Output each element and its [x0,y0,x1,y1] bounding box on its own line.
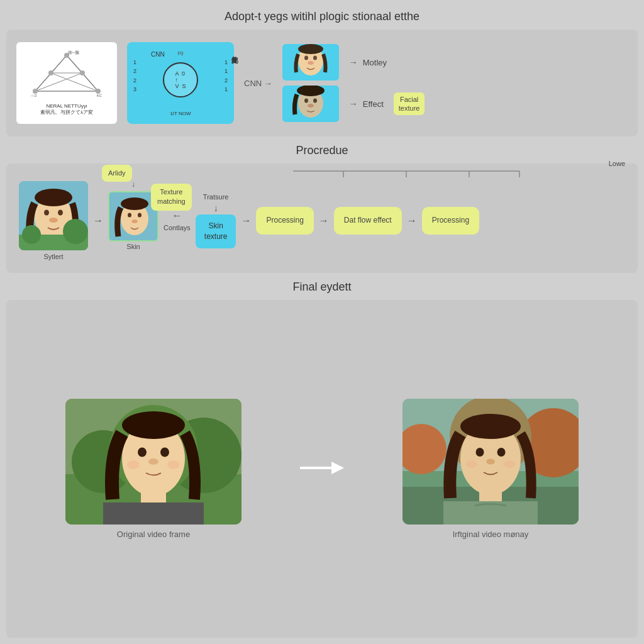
cnn-inner: pg CNN 1223 A 0↑V S 1121 1IT NOW 文化趣年龄 [133,48,228,118]
cnn-numbers-right: 1121 [225,58,228,94]
result-video-box [402,399,579,525]
svg-point-26 [308,104,314,108]
svg-text:KC: KC [97,94,103,97]
motley-label: Motley [363,58,387,67]
svg-point-75 [466,460,477,468]
top-connector-svg [287,165,526,177]
result-video-svg [402,399,579,525]
bottom-section-title: Final eydett [6,277,638,296]
contlays-arrow: ← [172,210,182,221]
svg-point-31 [58,210,63,216]
face-box-top [282,44,339,80]
tratsure-arrow: ↓ [214,203,218,213]
middle-section-panel: Sytlert → Arlidy ↓ [6,164,638,273]
svg-point-32 [49,218,58,223]
original-video-col: Original video frame [29,399,278,539]
style-to-skin-arrow: → [93,215,103,226]
skin-texture-label: Skin texture [204,221,228,242]
motley-row: → Motley [349,44,425,80]
svg-point-71 [460,414,521,439]
top-section-panel: 帅−脑 —2 KC NERAL NETTUγγι 素弱凡、与拼クてλア変 pg … [6,30,638,136]
svg-point-59 [167,460,180,469]
right-labels: → Motley → Effect Facial texture [349,44,425,122]
original-video-svg [65,399,242,525]
arlidy-badge-container: Arlidy [102,165,132,182]
big-arrow-svg [297,455,347,480]
top-section-title: Adopt-t yegs witihl plogic stionaal etth… [6,6,638,26]
svg-point-19 [313,56,317,60]
svg-point-9 [33,89,38,94]
original-video-label: Original video frame [117,530,190,539]
svg-point-58 [127,460,140,469]
bottom-content: Original video frame [16,308,628,630]
cnn-label: CNN [151,51,165,58]
face-svg-top [282,44,339,80]
motley-arrow: → [349,57,358,67]
effect-row: → Effect Facial texture [349,86,425,122]
contlays-area: Texture matching ← Contlays [164,210,191,231]
svg-rect-61 [103,502,204,525]
svg-point-21 [298,44,323,54]
flow-arrow-2: → [319,215,329,226]
cnn-diagram-box: pg CNN 1223 A 0↑V S 1121 1IT NOW 文化趣年龄 [127,42,234,124]
svg-line-2 [67,55,82,73]
cnn-top-label: pg [178,50,184,55]
middle-section-title: Procredue [6,140,638,160]
cnn-now-label: 1IT NOW [170,111,191,116]
texture-matching-badge: Texture matching [151,184,192,211]
processing-box-2: Processing [422,207,479,235]
svg-point-25 [313,99,317,103]
result-video-col: Irftginal video mønay [366,399,615,539]
result-video-label: Irftginal video mønay [453,530,529,539]
face-svg-bottom [282,86,339,122]
arlidy-down-arrow: ↓ [131,180,135,189]
svg-point-11 [48,70,53,75]
contlays-label: Contlays [164,224,191,231]
svg-point-39 [128,213,131,218]
effect-label: Effect [363,99,384,109]
cnn-arrow-label: CNN → [244,79,272,88]
svg-point-36 [63,219,88,244]
svg-point-24 [304,99,308,103]
svg-point-35 [22,225,41,244]
main-container: Adopt-t yegs witihl plogic stionaal etth… [0,0,644,644]
original-video-box [65,399,242,525]
svg-point-10 [96,89,101,94]
svg-point-73 [497,448,506,457]
lowe-label: Lowe [609,160,625,167]
svg-point-30 [44,210,49,216]
top-content: 帅−脑 —2 KC NERAL NETTUγγι 素弱凡、与拼クてλア変 pg … [16,37,628,129]
svg-point-76 [504,460,515,468]
svg-point-20 [308,61,314,65]
svg-point-74 [486,459,495,465]
svg-point-41 [131,219,138,223]
style-face-box [19,181,88,250]
arlidy-badge: Arlidy [102,165,132,182]
neural-net-box: 帅−脑 —2 KC NERAL NETTUγγι 素弱凡、与拼クてλア変 [16,42,117,124]
effect-arrow: → [349,99,358,109]
svg-text:帅−脑: 帅−脑 [68,50,79,55]
skin-texture-box: Skin texture [196,214,236,248]
bottom-section-panel: Original video frame [6,300,638,638]
flow-arrow-3: → [407,215,417,226]
svg-line-1 [51,55,67,73]
cnn-arrow-area: CNN → [244,79,272,88]
svg-point-55 [138,448,147,457]
big-arrow-container [297,455,347,483]
processing-box-1: Processing [256,207,313,235]
svg-point-56 [160,448,169,457]
style-label: Sytlert [43,253,63,260]
texture-matching-container: Texture matching [151,184,192,211]
svg-point-54 [122,411,185,439]
svg-point-33 [35,189,72,206]
style-column: Sytlert [19,181,88,260]
facial-texture-badge: Facial texture [394,92,425,116]
dat-flow-box: Dat flow effect [334,207,402,235]
svg-point-40 [138,213,142,218]
svg-point-42 [121,197,148,210]
middle-content: Sytlert → Arlidy ↓ [16,171,628,265]
neural-net-label: NERAL NETTUγγι 素弱凡、与拼クてλア変 [40,103,93,115]
svg-point-57 [148,458,158,465]
cnn-circle: A 0↑V S [163,62,198,97]
style-face-svg [19,181,88,250]
